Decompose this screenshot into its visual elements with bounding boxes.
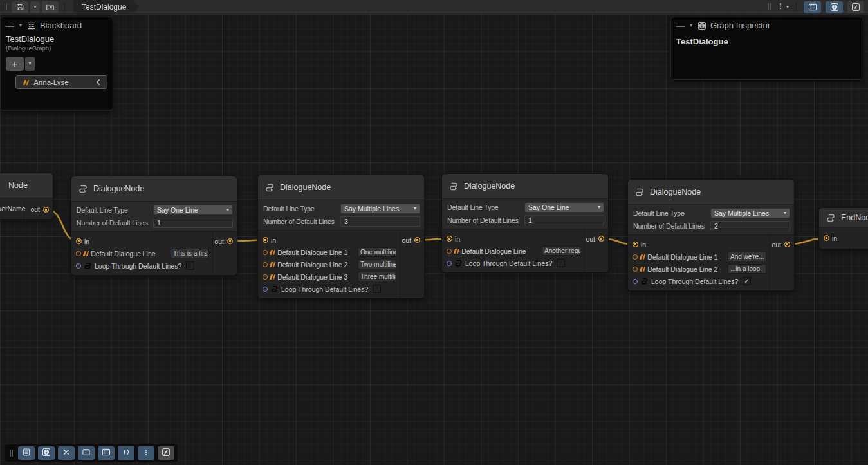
port-connected[interactable]	[43, 207, 49, 213]
port[interactable]	[633, 279, 638, 284]
end-node[interactable]: EndNodein	[818, 207, 868, 249]
blackboard-header[interactable]: ▼ Blackboard	[1, 17, 113, 33]
dialogue-line-input[interactable]: This is a first	[171, 249, 209, 258]
port-connected[interactable]	[263, 237, 268, 243]
loop-checkbox[interactable]	[557, 259, 565, 267]
port[interactable]	[263, 250, 268, 255]
loop-checkbox[interactable]	[373, 285, 381, 293]
port[interactable]	[633, 267, 638, 272]
chevron-left-icon[interactable]	[95, 79, 102, 86]
collapse-arrow-icon[interactable]: ▼	[688, 23, 694, 28]
dialogue-node[interactable]: DialogueNodeDefault Line TypeSay One Lin…	[71, 176, 237, 276]
port[interactable]	[447, 249, 452, 254]
number-of-lines-input[interactable]: 1	[524, 215, 604, 225]
info-icon	[42, 448, 51, 459]
dialogue-line-input[interactable]: One multiline	[358, 247, 396, 257]
add-property-dropdown-button[interactable]: ▾	[25, 57, 35, 71]
port[interactable]	[263, 262, 268, 267]
port-connected[interactable]	[414, 237, 420, 243]
port[interactable]	[263, 287, 268, 292]
quill-toggle-button[interactable]	[847, 1, 864, 13]
graph-tab[interactable]: TestDialogue	[73, 0, 139, 14]
kebab-panel-button[interactable]	[138, 446, 154, 460]
number-of-lines-input[interactable]: 2	[710, 221, 790, 231]
number-of-lines-input[interactable]: 1	[153, 218, 233, 228]
add-property-button[interactable]: +	[6, 57, 24, 71]
node-title-bar[interactable]: DialogueNode	[628, 180, 794, 205]
port-connected[interactable]	[76, 238, 82, 244]
node-title-bar[interactable]: EndNode	[819, 208, 868, 227]
blackboard-add-row: + ▾	[1, 52, 113, 71]
open-asset-folder-button[interactable]	[42, 1, 59, 13]
console-panel-button[interactable]	[118, 446, 134, 460]
graph-inspector-panel[interactable]: ▼ Graph Inspector TestDialogue	[670, 17, 863, 80]
line-type-dropdown[interactable]: Say One Line▾	[153, 205, 233, 215]
blackboard-panel-button[interactable]	[98, 446, 115, 460]
port-connected[interactable]	[633, 242, 638, 247]
collapse-arrow-icon[interactable]: ▼	[18, 23, 23, 28]
port-connected[interactable]	[598, 236, 604, 242]
dialogue-line-input[interactable]: Three multilin	[358, 272, 396, 281]
port-connected[interactable]	[824, 235, 829, 241]
field-label: Default Dialogue Line 1	[277, 249, 347, 256]
panel-drag-handle-icon[interactable]	[6, 24, 14, 27]
out-port-row: out	[770, 238, 790, 251]
port[interactable]	[263, 274, 268, 280]
port[interactable]	[76, 263, 81, 269]
field-port-row: Default Dialogue Line 2...in a loop	[628, 263, 770, 275]
tools-panel-button[interactable]	[58, 446, 75, 460]
dialogue-node[interactable]: DialogueNodeDefault Line TypeSay Multipl…	[627, 179, 795, 291]
toolbar-file-buttons: ▾	[12, 1, 59, 13]
overflow-menu-button[interactable]: ▾	[777, 1, 789, 13]
node-title-bar[interactable]: DialogueNode	[442, 174, 608, 199]
node-title-bar[interactable]: DialogueNode	[258, 175, 424, 200]
dialogue-node[interactable]: DialogueNodeDefault Line TypeSay Multipl…	[257, 175, 425, 299]
doc-list-panel-button[interactable]	[18, 446, 35, 460]
quote-icon	[84, 251, 88, 256]
save-button[interactable]	[12, 1, 28, 13]
panel-drag-handle-icon[interactable]	[676, 24, 685, 27]
blackboard-panel[interactable]: ▼ Blackboard TestDialogue (DialogueGraph…	[0, 17, 113, 111]
line-type-dropdown[interactable]: Say Multiple Lines▾	[710, 208, 790, 218]
start-node[interactable]: NodekerNameout	[0, 173, 53, 220]
window-panel-button[interactable]	[78, 446, 95, 460]
node-ports: inDefault Dialogue LineAnother reguLoop …	[442, 229, 608, 272]
dialogue-node[interactable]: DialogueNodeDefault Line TypeSay One Lin…	[441, 173, 609, 273]
graph-canvas[interactable]: ▼ Blackboard TestDialogue (DialogueGraph…	[0, 14, 868, 465]
dialogue-line-input[interactable]: Two multiline	[358, 260, 396, 269]
port-connected[interactable]	[447, 236, 452, 242]
port[interactable]	[633, 254, 638, 260]
info-panel-button[interactable]	[38, 446, 55, 460]
property-label: Number of Default Lines	[263, 218, 340, 225]
chevron-down-button[interactable]: ▾	[30, 1, 40, 13]
toolbar-drag-handle[interactable]	[10, 450, 13, 457]
open-asset-folder-icon	[46, 3, 55, 12]
loop-checkbox[interactable]: ✓	[743, 277, 751, 285]
port-connected[interactable]	[784, 242, 790, 247]
port[interactable]	[447, 261, 452, 266]
dialogue-line-input[interactable]: ...in a loop	[728, 264, 766, 274]
loop-checkbox[interactable]	[186, 261, 194, 270]
kebab-icon	[777, 1, 784, 13]
dialogue-line-input[interactable]: Another regu	[542, 246, 580, 256]
quill-panel-button[interactable]	[158, 446, 174, 460]
out-port-label: out	[771, 241, 781, 249]
toolbar-drag-handle[interactable]	[768, 3, 771, 10]
port-connected[interactable]	[227, 238, 233, 244]
node-title-bar[interactable]: Node	[0, 173, 53, 198]
line-type-dropdown[interactable]: Say One Line▾	[524, 202, 604, 213]
blackboard-field-anna-lyse[interactable]: Anna-Lyse	[15, 75, 107, 89]
node-title: EndNode	[841, 213, 868, 222]
graph-inspector-header[interactable]: ▼ Graph Inspector	[671, 17, 863, 33]
toolbar-drag-handle[interactable]	[5, 3, 7, 10]
blackboard-toggle-button[interactable]	[804, 1, 821, 13]
port[interactable]	[76, 251, 81, 256]
number-of-lines-input[interactable]: 3	[340, 216, 420, 227]
field-label: Default Dialogue Line 2	[277, 261, 347, 269]
dialogue-line-input[interactable]: And we're...	[728, 252, 766, 261]
info-toggle-button[interactable]	[826, 1, 843, 13]
property-row: Number of Default Lines1	[447, 214, 604, 225]
node-title-bar[interactable]: DialogueNode	[71, 176, 237, 202]
blackboard-icon	[808, 3, 817, 12]
line-type-dropdown[interactable]: Say Multiple Lines▾	[340, 204, 420, 214]
